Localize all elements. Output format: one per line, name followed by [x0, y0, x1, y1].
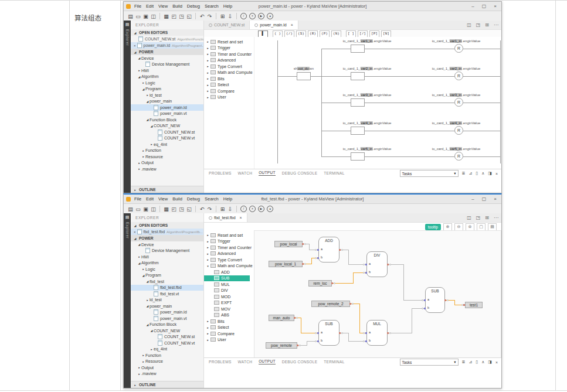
tree-item-power-main-vt[interactable]: power_main.vt	[131, 315, 203, 322]
ld-element-button-5[interactable]: (P)	[320, 30, 330, 38]
panel-tab-problems[interactable]: PROBLEMS	[209, 360, 232, 364]
panel-tab-watch[interactable]: WATCH	[238, 360, 253, 364]
tree-item-output[interactable]: ▸Output	[131, 160, 203, 166]
panel-layout-icon[interactable]: ◨	[488, 171, 492, 176]
panel-tab-debug-console[interactable]: DEBUG CONSOLE	[282, 171, 318, 175]
ld-contact[interactable]	[351, 45, 365, 53]
ld-contact-shutdown[interactable]	[297, 72, 311, 80]
tree-item-function[interactable]: ▸Function	[131, 148, 203, 154]
close-button[interactable]: ×	[494, 4, 497, 9]
tree-item-function-block[interactable]: ◢Function Block	[131, 117, 203, 123]
ld-element-button-4[interactable]: (R)	[308, 30, 318, 38]
ld-contact[interactable]	[351, 152, 365, 161]
check-icon[interactable]: /	[240, 13, 247, 19]
close-panel-icon[interactable]: ×	[495, 172, 498, 176]
menu-help[interactable]: Help	[223, 4, 232, 9]
tree-item-resource[interactable]: ▸Resource	[131, 154, 203, 160]
tasks-dropdown[interactable]: Tasks▾	[400, 359, 459, 366]
tree-item--maview[interactable]: ▸.maview	[131, 166, 203, 172]
ld-element-button-6[interactable]: (N)	[331, 30, 341, 38]
ld-contact[interactable]	[351, 127, 365, 135]
save-all-icon[interactable]: ◫	[150, 206, 157, 212]
palette-category-type-convert[interactable]: ▸Type Convert	[204, 63, 254, 70]
open-editors-section[interactable]: ◢ OPEN EDITORS	[131, 222, 203, 229]
close-panel-icon[interactable]: ×	[495, 360, 498, 364]
palette-category-timer-and-counter[interactable]: ▸Timer and Counter	[204, 51, 254, 57]
tree-item-fbd-test-fbd[interactable]: fbd_test.fbd	[131, 285, 203, 291]
fbd-variable-pow_remote[interactable]: pow_remote	[266, 342, 297, 349]
menu-view[interactable]: View	[158, 4, 168, 9]
record-icon[interactable]: ●	[267, 206, 273, 212]
tree-item-algorithm[interactable]: ◢Algorithm	[131, 74, 203, 80]
palette-category-bits[interactable]: ▸Bits	[204, 318, 254, 325]
tree-item-function-block[interactable]: ◢Function Block	[131, 322, 203, 328]
panel-tab-output[interactable]: OUTPUT	[259, 171, 276, 176]
palette-item-mod[interactable]: MOD	[204, 294, 254, 300]
copy-icon[interactable]: ◰	[170, 206, 178, 212]
panel-tab-output[interactable]: OUTPUT	[259, 359, 276, 364]
zoom-actual-icon[interactable]: ⊚	[466, 223, 474, 231]
symbols-icon[interactable]: ▦	[162, 206, 170, 212]
download-icon[interactable]: ⇩	[226, 206, 234, 212]
palette-item-add[interactable]: ADD	[204, 269, 254, 275]
fbd-variable-pow_local[interactable]: pow_local	[274, 241, 303, 247]
palette-category-reset-and-set[interactable]: ▸Reset and set	[204, 39, 254, 45]
open-editor-item[interactable]: ×power_main.ldAlgorithm\Program\...	[131, 42, 203, 49]
palette-category-type-convert[interactable]: ▸Type Convert	[204, 257, 254, 263]
tab-count-new-st[interactable]: COUNT_NEW.st	[204, 21, 250, 29]
download-icon[interactable]: ⇩	[226, 13, 234, 19]
ld-coil-reset[interactable]: R	[454, 152, 463, 161]
ld-contact[interactable]	[351, 98, 365, 107]
open-preview-icon[interactable]: ◳	[476, 22, 481, 28]
close-icon[interactable]: ×	[134, 44, 136, 47]
copy-icon[interactable]: ◰	[170, 13, 178, 19]
project-section[interactable]: ◢ POWER	[131, 235, 203, 241]
new-project-icon[interactable]: ▤	[127, 13, 134, 19]
output-filter-icon[interactable]: ≣	[462, 171, 466, 176]
fbd-variable-man_auto[interactable]: man_auto	[269, 315, 294, 321]
open-editor-item[interactable]: COUNT_NEW.stAlgorithm\Functio...	[131, 36, 203, 42]
minimize-button[interactable]: –	[471, 4, 474, 9]
panel-tab-terminal[interactable]: TERMINAL	[324, 171, 344, 175]
tree-item-power-main[interactable]: ◢power_main	[131, 98, 203, 105]
menu-file[interactable]: File	[134, 4, 141, 9]
maximize-button[interactable]: ▢	[482, 196, 487, 202]
palette-item-expt[interactable]: EXPT	[204, 300, 254, 306]
tree-item-device[interactable]: ◢Device	[131, 55, 203, 62]
chart-icon[interactable]: ⊿	[468, 360, 472, 364]
ld-element-button-9[interactable]: [P]	[369, 30, 379, 38]
undo-icon[interactable]: ↶	[198, 13, 206, 19]
maximize-button[interactable]: ▢	[482, 4, 487, 9]
tree-item-ld-test[interactable]: ▸ld_test	[131, 297, 203, 304]
palette-category-user[interactable]: ▸User	[204, 94, 254, 101]
tab-close-icon[interactable]: ×	[240, 216, 242, 220]
new-project-icon[interactable]: ▤	[127, 206, 134, 212]
undo-icon[interactable]: ↶	[198, 206, 206, 212]
close-button[interactable]: ×	[494, 196, 497, 202]
ld-contact[interactable]	[351, 72, 365, 80]
fbd-canvas[interactable]: pow_localpow_local_1rem_locpow_remote_2m…	[254, 230, 501, 358]
tree-item-device-management[interactable]: Device Management	[131, 248, 203, 254]
cancel-icon[interactable]: ×	[249, 206, 256, 212]
palette-item-abs[interactable]: ABS	[204, 312, 254, 319]
palette-item-sub[interactable]: SUB	[204, 275, 250, 282]
ld-coil-reset[interactable]: R	[454, 126, 463, 135]
palette-category-trigger[interactable]: ▸Trigger	[204, 45, 254, 52]
explorer-icon[interactable]: ▤	[125, 22, 130, 27]
tooltip-button[interactable]: tooltip	[425, 224, 441, 230]
menu-file[interactable]: File	[134, 196, 141, 202]
outline-section[interactable]: ▸ OUTLINE	[131, 381, 203, 388]
project-section[interactable]: ◢ POWER	[131, 49, 203, 55]
cancel-icon[interactable]: ×	[249, 13, 256, 19]
zoom-out-icon[interactable]: ⊖	[454, 223, 463, 231]
paste-icon[interactable]: ◳	[178, 206, 185, 212]
collapse-panel-icon[interactable]: ∧	[481, 171, 484, 176]
panel-tab-terminal[interactable]: TERMINAL	[324, 360, 344, 364]
run-icon[interactable]: ▶	[258, 13, 264, 19]
output-filter-icon[interactable]: ≣	[462, 360, 466, 364]
tree-item-fbd-test-vt[interactable]: fbd_test.vt	[131, 291, 203, 297]
tree-item-power-main-ld[interactable]: power_main.ld	[131, 104, 203, 111]
palette-item-mov[interactable]: MOV	[204, 306, 254, 312]
fbd-variable-pow_remote_2[interactable]: pow_remote_2	[311, 301, 350, 307]
tab-power-main-ld[interactable]: power_main.ld×	[250, 21, 298, 29]
